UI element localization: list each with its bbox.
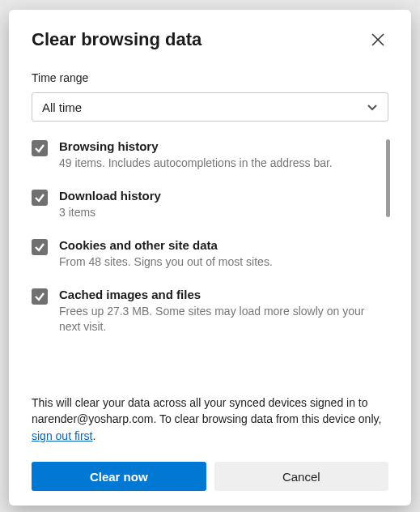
options-list-wrap: Browsing history 49 items. Includes auto… bbox=[32, 139, 388, 391]
list-item: Cookies and other site data From 48 site… bbox=[32, 238, 388, 270]
time-range-value: All time bbox=[42, 100, 82, 114]
dialog-title: Clear browsing data bbox=[32, 29, 202, 50]
check-icon bbox=[34, 241, 45, 253]
list-item-text: Browsing history 49 items. Includes auto… bbox=[59, 139, 333, 171]
checkbox-browsing-history[interactable] bbox=[32, 140, 48, 156]
checkbox-cookies[interactable] bbox=[32, 239, 48, 255]
close-button[interactable] bbox=[367, 29, 388, 50]
item-sub: Frees up 27.3 MB. Some sites may load mo… bbox=[59, 304, 388, 335]
item-title: Browsing history bbox=[59, 139, 333, 153]
cancel-button[interactable]: Cancel bbox=[214, 462, 389, 491]
check-icon bbox=[34, 291, 45, 302]
dialog-buttons: Clear now Cancel bbox=[32, 462, 388, 491]
item-title: Cached images and files bbox=[59, 288, 388, 301]
time-range-label: Time range bbox=[32, 71, 388, 84]
footer-note-suffix: . bbox=[92, 429, 95, 442]
item-title: Download history bbox=[59, 189, 161, 203]
list-item: Download history 3 items bbox=[32, 189, 388, 220]
page-backdrop: Clear browsing data Time range All time … bbox=[0, 0, 420, 512]
options-list: Browsing history 49 items. Includes auto… bbox=[32, 139, 388, 391]
list-item: Browsing history 49 items. Includes auto… bbox=[32, 139, 388, 171]
item-title: Cookies and other site data bbox=[59, 238, 273, 252]
check-icon bbox=[34, 192, 45, 203]
checkbox-cached-files[interactable] bbox=[32, 288, 48, 305]
scrollbar-thumb[interactable] bbox=[386, 139, 390, 217]
list-item: Cached images and files Frees up 27.3 MB… bbox=[32, 288, 388, 335]
item-sub: From 48 sites. Signs you out of most sit… bbox=[59, 254, 273, 270]
close-icon bbox=[371, 32, 385, 47]
item-sub: 49 items. Includes autocompletions in th… bbox=[59, 156, 333, 171]
list-item-text: Download history 3 items bbox=[59, 189, 161, 220]
check-icon bbox=[34, 143, 45, 154]
chevron-down-icon bbox=[367, 101, 378, 113]
item-sub: 3 items bbox=[59, 205, 161, 220]
footer-note-prefix: This will clear your data across all you… bbox=[32, 396, 381, 425]
time-range-select[interactable]: All time bbox=[32, 92, 388, 122]
list-item-text: Cached images and files Frees up 27.3 MB… bbox=[59, 288, 388, 335]
sign-out-link[interactable]: sign out first bbox=[32, 429, 92, 442]
dialog-header: Clear browsing data bbox=[32, 29, 388, 50]
clear-browsing-data-dialog: Clear browsing data Time range All time … bbox=[9, 10, 411, 506]
clear-now-button[interactable]: Clear now bbox=[32, 462, 206, 491]
list-item-text: Cookies and other site data From 48 site… bbox=[59, 238, 273, 270]
sync-warning-note: This will clear your data across all you… bbox=[32, 395, 388, 444]
checkbox-download-history[interactable] bbox=[32, 190, 48, 206]
